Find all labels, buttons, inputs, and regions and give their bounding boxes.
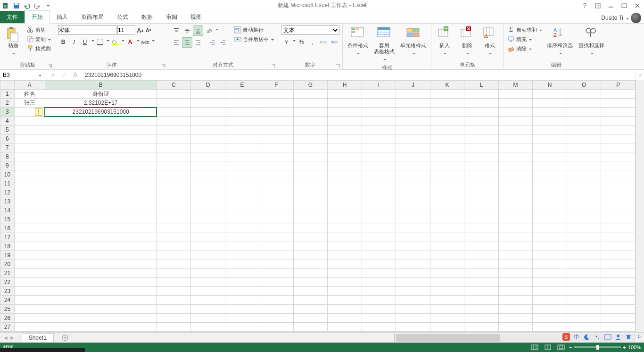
cell[interactable] xyxy=(14,314,45,323)
cell[interactable] xyxy=(328,296,362,305)
cell[interactable] xyxy=(14,143,45,152)
select-all-button[interactable] xyxy=(0,81,15,90)
cell[interactable] xyxy=(293,323,328,332)
cell[interactable] xyxy=(362,269,396,278)
cell[interactable] xyxy=(430,152,464,161)
cell[interactable] xyxy=(601,269,636,278)
cell[interactable] xyxy=(498,287,533,296)
cell[interactable] xyxy=(430,90,464,99)
cell[interactable] xyxy=(225,242,259,251)
tab-page-layout[interactable]: 页面布局 xyxy=(74,11,110,23)
row-header[interactable]: 21 xyxy=(0,269,15,278)
cell[interactable] xyxy=(601,251,636,260)
font-color-button[interactable]: A xyxy=(125,37,135,47)
cell[interactable] xyxy=(328,269,362,278)
cell[interactable] xyxy=(533,179,567,188)
cell[interactable] xyxy=(259,90,294,99)
cell[interactable] xyxy=(430,242,464,251)
cell[interactable] xyxy=(157,161,191,170)
punct-icon[interactable]: •, xyxy=(593,333,602,341)
cell[interactable] xyxy=(225,269,259,278)
cell[interactable] xyxy=(14,296,45,305)
cell[interactable] xyxy=(259,278,294,287)
cell[interactable] xyxy=(396,134,430,143)
cell[interactable] xyxy=(14,170,45,179)
cell[interactable] xyxy=(328,251,362,260)
cell[interactable] xyxy=(498,242,533,251)
cell[interactable] xyxy=(14,134,45,143)
cell[interactable] xyxy=(498,260,533,269)
column-header[interactable]: F xyxy=(259,81,294,90)
cell[interactable] xyxy=(259,197,294,206)
cell[interactable] xyxy=(45,197,157,206)
cell[interactable] xyxy=(157,108,191,117)
cell[interactable] xyxy=(191,224,225,233)
cell[interactable] xyxy=(362,323,396,332)
cell[interactable] xyxy=(396,152,430,161)
cell[interactable] xyxy=(567,305,601,314)
row-header[interactable]: 22 xyxy=(0,278,15,287)
increase-indent-button[interactable] xyxy=(218,37,228,48)
cell[interactable] xyxy=(45,287,157,296)
cell[interactable] xyxy=(464,224,499,233)
cell[interactable] xyxy=(225,287,259,296)
phonetic-button[interactable]: wén xyxy=(140,37,150,47)
cell[interactable] xyxy=(328,161,362,170)
cell[interactable] xyxy=(362,90,396,99)
cell[interactable] xyxy=(157,170,191,179)
cell[interactable] xyxy=(533,305,567,314)
cell[interactable] xyxy=(14,152,45,161)
cell[interactable] xyxy=(328,278,362,287)
tab-file[interactable]: 文件 xyxy=(0,11,25,23)
cell[interactable] xyxy=(328,117,362,126)
cell[interactable] xyxy=(464,260,499,269)
sheet-nav-prev-icon[interactable]: ◄ xyxy=(3,335,8,341)
cell[interactable] xyxy=(567,224,601,233)
cell[interactable] xyxy=(14,287,45,296)
wrap-text-button[interactable]: 自动换行 xyxy=(233,25,275,34)
find-select-button[interactable]: 查找和选择 xyxy=(577,25,606,57)
cell[interactable] xyxy=(498,206,533,215)
clear-button[interactable]: 清除 xyxy=(506,44,543,53)
cell[interactable] xyxy=(464,170,499,179)
cell[interactable] xyxy=(328,99,362,108)
cell[interactable] xyxy=(567,99,601,108)
row-header[interactable]: 9 xyxy=(0,161,15,170)
cell[interactable] xyxy=(45,152,157,161)
chevron-down-icon[interactable] xyxy=(38,72,41,78)
row-header[interactable]: 17 xyxy=(0,233,15,242)
cell[interactable] xyxy=(259,314,294,323)
cell[interactable] xyxy=(498,179,533,188)
cell[interactable] xyxy=(293,260,328,269)
cell[interactable] xyxy=(225,90,259,99)
format-as-table-button[interactable]: 套用 表格格式 xyxy=(372,25,396,63)
error-indicator-icon[interactable] xyxy=(35,108,42,116)
cell[interactable] xyxy=(464,305,499,314)
cell[interactable] xyxy=(157,287,191,296)
cell[interactable] xyxy=(601,314,636,323)
cell[interactable] xyxy=(157,126,191,134)
cell[interactable] xyxy=(362,179,396,188)
cell[interactable] xyxy=(567,260,601,269)
cell[interactable] xyxy=(430,179,464,188)
align-left-button[interactable] xyxy=(171,37,182,48)
cell[interactable] xyxy=(430,278,464,287)
cell[interactable]: 姓名 xyxy=(14,90,45,99)
cell[interactable] xyxy=(157,224,191,233)
cell[interactable] xyxy=(396,179,430,188)
cell[interactable] xyxy=(14,126,45,134)
cell[interactable] xyxy=(14,206,45,215)
cell[interactable] xyxy=(225,152,259,161)
cell[interactable] xyxy=(45,170,157,179)
cell[interactable] xyxy=(191,99,225,108)
cell[interactable] xyxy=(430,215,464,224)
cell[interactable] xyxy=(157,278,191,287)
cell[interactable] xyxy=(396,323,430,332)
cell[interactable] xyxy=(14,269,45,278)
cell[interactable] xyxy=(259,206,294,215)
cell[interactable] xyxy=(45,215,157,224)
cell[interactable] xyxy=(14,179,45,188)
cell[interactable] xyxy=(157,152,191,161)
cell[interactable] xyxy=(362,215,396,224)
autosum-button[interactable]: Σ自动求和 xyxy=(506,25,543,34)
